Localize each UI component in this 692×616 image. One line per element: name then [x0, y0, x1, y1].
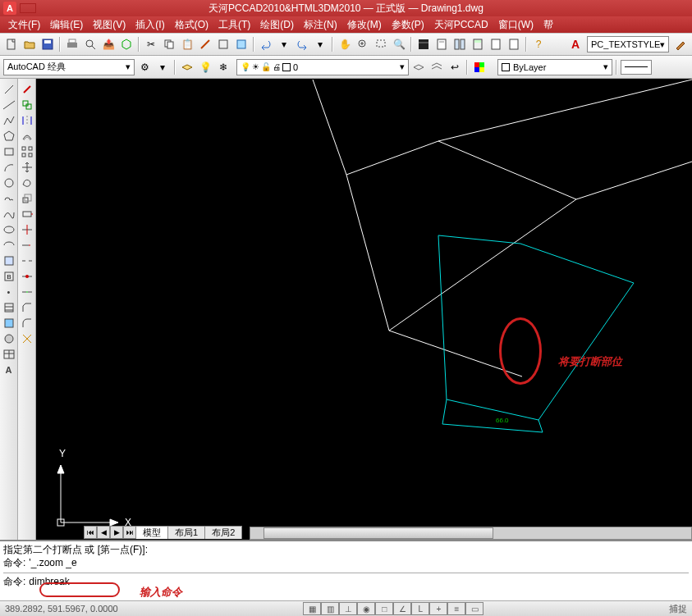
- menu-view[interactable]: 视图(V): [93, 18, 126, 32]
- help-button[interactable]: ?: [530, 36, 547, 52]
- ellipse-arc-tool[interactable]: [2, 238, 16, 253]
- app-logo-icon[interactable]: A: [3, 2, 16, 15]
- rectangle-tool[interactable]: [2, 144, 16, 159]
- tab-model[interactable]: 模型: [135, 526, 168, 539]
- scrollbar-thumb[interactable]: [264, 527, 493, 539]
- hatch-tool[interactable]: [2, 300, 16, 315]
- menu-help[interactable]: 帮: [543, 18, 553, 32]
- circle-tool[interactable]: [2, 176, 16, 190]
- undo-button[interactable]: [258, 36, 274, 52]
- props-button[interactable]: [415, 36, 432, 52]
- textstyle-select[interactable]: PC_TEXTSTYLE ▾: [587, 36, 669, 52]
- make-block-tool[interactable]: B: [2, 269, 16, 284]
- revcloud-tool[interactable]: [2, 191, 16, 206]
- layer-freeze-button[interactable]: ❄: [215, 59, 231, 75]
- tab-layout2[interactable]: 布局2: [204, 526, 242, 539]
- zoom-win-button[interactable]: [373, 36, 389, 52]
- zoom-prev-button[interactable]: 🔍: [391, 36, 407, 52]
- osnap-toggle[interactable]: □: [375, 602, 393, 615]
- preview-button[interactable]: [82, 36, 99, 52]
- menu-window[interactable]: 窗口(W): [498, 18, 534, 32]
- line-tool[interactable]: [2, 82, 16, 97]
- layer-prev-button[interactable]: ↩: [447, 59, 463, 75]
- copy-tool[interactable]: [20, 98, 34, 112]
- color-button[interactable]: [471, 59, 488, 75]
- tab-layout1[interactable]: 布局1: [167, 526, 205, 539]
- fillet-tool[interactable]: [20, 316, 34, 331]
- break-tool[interactable]: [20, 253, 34, 268]
- toolpal-button[interactable]: [451, 36, 468, 52]
- logo-dropdown[interactable]: [20, 3, 36, 13]
- horizontal-scrollbar[interactable]: [250, 527, 692, 540]
- new-button[interactable]: [3, 36, 20, 52]
- redo-button[interactable]: [294, 36, 310, 52]
- move-tool[interactable]: [20, 160, 34, 175]
- layer-select[interactable]: 💡 ☀ 🔓 🖨 0 ▾: [236, 59, 409, 75]
- print-button[interactable]: [64, 36, 80, 52]
- menu-file[interactable]: 文件(F): [8, 18, 40, 32]
- trim-tool[interactable]: [20, 222, 34, 237]
- otrack-toggle[interactable]: ∠: [393, 602, 411, 615]
- mirror-tool[interactable]: [20, 113, 34, 128]
- menu-insert[interactable]: 插入(I): [135, 18, 164, 32]
- match-button[interactable]: [197, 36, 213, 52]
- undo-drop[interactable]: ▾: [276, 36, 292, 52]
- block2-button[interactable]: [233, 36, 250, 52]
- break-at-tool[interactable]: [20, 269, 34, 284]
- gradient-tool[interactable]: [2, 316, 16, 331]
- paint-button[interactable]: [672, 36, 689, 52]
- layer-off-button[interactable]: [410, 59, 427, 75]
- polar-toggle[interactable]: ◉: [357, 602, 375, 615]
- open-button[interactable]: [21, 36, 38, 52]
- sheet-button[interactable]: [433, 36, 450, 52]
- markup-button[interactable]: [488, 36, 504, 52]
- cut-button[interactable]: ✂: [143, 36, 159, 52]
- qp-toggle[interactable]: ▭: [465, 602, 483, 615]
- tab-prev-button[interactable]: ◀: [97, 526, 110, 539]
- erase-tool[interactable]: [20, 82, 34, 97]
- save-button[interactable]: [39, 36, 56, 52]
- extend-tool[interactable]: [20, 238, 34, 253]
- textstyle-a-button[interactable]: A: [567, 36, 584, 52]
- polygon-tool[interactable]: [2, 129, 16, 144]
- menu-modify[interactable]: 修改(M): [347, 18, 382, 32]
- pan-button[interactable]: ✋: [337, 36, 353, 52]
- insert-block-tool[interactable]: [2, 253, 16, 268]
- dyn-toggle[interactable]: +: [429, 602, 447, 615]
- tab-last-button[interactable]: ⏭: [123, 526, 136, 539]
- menu-param[interactable]: 参数(P): [392, 18, 424, 32]
- publish-button[interactable]: 📤: [100, 36, 117, 52]
- workspace-select[interactable]: AutoCAD 经典 ▾: [3, 59, 135, 75]
- menu-pccad[interactable]: 天河PCCAD: [434, 18, 488, 32]
- arc-tool[interactable]: [2, 160, 16, 175]
- explode-tool[interactable]: [20, 331, 34, 346]
- lwt-toggle[interactable]: ≡: [447, 602, 465, 615]
- block-button[interactable]: [215, 36, 231, 52]
- stretch-tool[interactable]: [20, 207, 34, 221]
- chamfer-tool[interactable]: [20, 300, 34, 315]
- point-tool[interactable]: •: [2, 285, 16, 299]
- scale-tool[interactable]: [20, 191, 34, 206]
- ellipse-tool[interactable]: [2, 222, 16, 237]
- rotate-tool[interactable]: [20, 176, 34, 190]
- ortho-toggle[interactable]: ⊥: [339, 602, 357, 615]
- 3d-button[interactable]: [118, 36, 135, 52]
- menu-draw[interactable]: 绘图(D): [260, 18, 294, 32]
- layer-iso-button[interactable]: [428, 59, 445, 75]
- mtext-tool[interactable]: A: [2, 363, 16, 377]
- xline-tool[interactable]: [2, 98, 16, 112]
- offset-tool[interactable]: [20, 129, 34, 144]
- color-bylayer-select[interactable]: ByLayer ▾: [497, 59, 612, 75]
- zoom-rt-button[interactable]: [355, 36, 371, 52]
- paste-button[interactable]: 📋: [179, 36, 195, 52]
- snap-toggle[interactable]: ▦: [303, 602, 321, 615]
- copy-button[interactable]: [161, 36, 177, 52]
- menu-format[interactable]: 格式(O): [175, 18, 209, 32]
- layer-props-button[interactable]: [179, 59, 195, 75]
- workspace-gear-button[interactable]: ⚙: [136, 59, 153, 75]
- menu-tools[interactable]: 工具(T): [218, 18, 250, 32]
- table-tool[interactable]: [2, 347, 16, 362]
- array-tool[interactable]: [20, 144, 34, 159]
- ducs-toggle[interactable]: L: [411, 602, 429, 615]
- layer-state-button[interactable]: 💡: [197, 59, 213, 75]
